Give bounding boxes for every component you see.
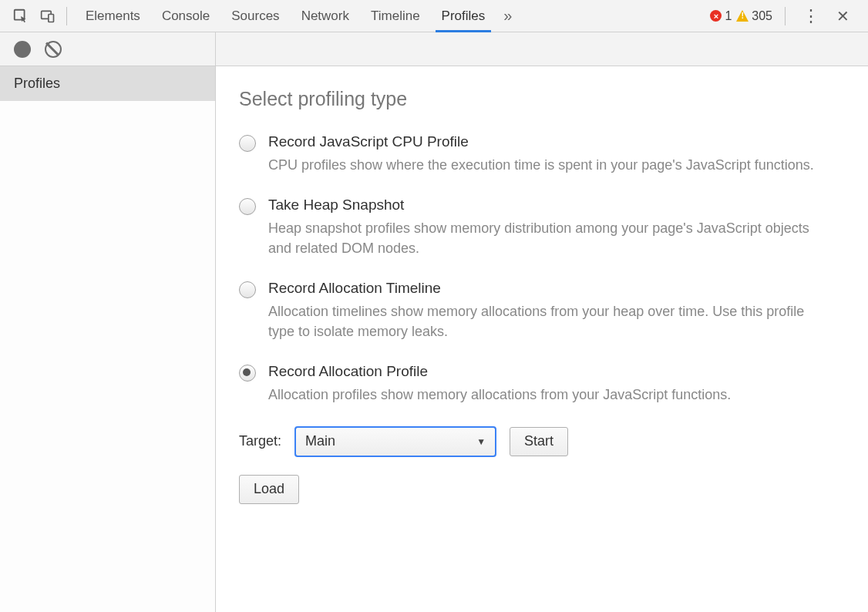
option-description: Allocation profiles show memory allocati… [268,385,823,405]
device-toggle-icon[interactable] [40,8,56,24]
radio-button[interactable] [239,281,256,298]
record-button-icon[interactable] [14,41,31,58]
target-label: Target: [239,433,281,449]
radio-button[interactable] [239,365,256,382]
close-devtools-icon[interactable]: ✕ [829,7,857,25]
profiling-option: Record Allocation ProfileAllocation prof… [239,363,845,405]
profiles-sub-toolbar-row [0,32,868,66]
profiles-sidebar: Profiles [0,66,216,612]
option-description: CPU profiles show where the execution ti… [268,155,823,175]
option-title[interactable]: Record Allocation Timeline [268,280,823,297]
warning-icon [736,10,749,22]
start-button[interactable]: Start [510,427,568,456]
option-text: Record Allocation ProfileAllocation prof… [268,363,823,405]
load-button[interactable]: Load [239,475,299,504]
toolbar-right-status: × 1 305 ⋮ ✕ [710,7,862,25]
option-title[interactable]: Record Allocation Profile [268,363,823,380]
toolbar-left-buttons [6,0,63,32]
toolbar-divider [785,7,786,25]
inspect-element-icon[interactable] [12,8,29,25]
errors-badge[interactable]: × 1 [710,9,732,23]
option-text: Record Allocation TimelineAllocation tim… [268,280,823,341]
target-select-value: Main [305,433,335,449]
profiles-main: Select profiling type Record JavaScript … [216,66,868,612]
tab-network[interactable]: Network [291,0,360,32]
error-icon: × [710,10,722,22]
option-title[interactable]: Take Heap Snapshot [268,197,823,214]
profiling-option: Record JavaScript CPU ProfileCPU profile… [239,133,845,175]
profiles-sub-toolbar-main [216,32,868,66]
option-title[interactable]: Record JavaScript CPU Profile [268,133,823,150]
tab-console[interactable]: Console [151,0,220,32]
errors-count: 1 [725,9,732,23]
tab-profiles[interactable]: Profiles [431,0,496,32]
target-row: Target: Main ▼ Start [239,427,845,456]
clear-button-icon[interactable] [45,41,62,58]
radio-button[interactable] [239,198,256,215]
profiling-option: Take Heap SnapshotHeap snapshot profiles… [239,197,845,258]
option-text: Record JavaScript CPU ProfileCPU profile… [268,133,823,175]
target-select[interactable]: Main ▼ [295,427,496,456]
profiling-options: Record JavaScript CPU ProfileCPU profile… [239,133,845,405]
profiling-option: Record Allocation TimelineAllocation tim… [239,280,845,341]
option-description: Heap snapshot profiles show memory distr… [268,218,823,258]
option-description: Allocation timelines show memory allocat… [268,301,823,341]
tab-timeline[interactable]: Timeline [360,0,431,32]
warnings-badge[interactable]: 305 [736,9,772,23]
svg-rect-2 [49,14,54,22]
tab-sources[interactable]: Sources [220,0,290,32]
profiles-sub-toolbar [0,32,216,66]
page-title: Select profiling type [239,88,845,110]
radio-button[interactable] [239,135,256,152]
tab-elements[interactable]: Elements [75,0,151,32]
tabs-overflow-icon[interactable]: » [496,7,520,25]
settings-kebab-icon[interactable]: ⋮ [798,8,824,25]
profiles-body: Profiles Select profiling type Record Ja… [0,66,868,612]
dropdown-caret-icon: ▼ [476,436,486,447]
warnings-count: 305 [752,9,772,23]
sidebar-item-profiles[interactable]: Profiles [0,66,215,101]
option-text: Take Heap SnapshotHeap snapshot profiles… [268,197,823,258]
load-row: Load [239,475,845,504]
toolbar-tabs: ElementsConsoleSourcesNetworkTimelinePro… [75,0,496,32]
devtools-toolbar: ElementsConsoleSourcesNetworkTimelinePro… [0,0,868,32]
toolbar-divider [66,7,67,25]
